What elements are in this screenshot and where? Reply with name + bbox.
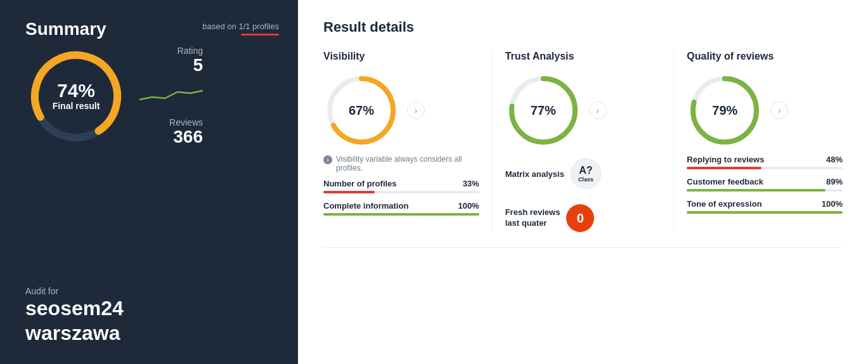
visibility-col: Visibility 67% › i Visibility variable — [323, 51, 493, 232]
right-panel: Result details Visibility 67% › — [298, 0, 868, 364]
sub-metric-tone: Tone of expression 100% — [687, 199, 843, 214]
matrix-label: Matrix analysis — [505, 169, 564, 179]
left-panel: Summary based on 1/1 profiles 7 — [0, 0, 298, 364]
based-on-text: based on 1/1 profiles — [202, 22, 279, 31]
info-icon: i — [323, 155, 332, 164]
replying-progress-bar — [687, 167, 843, 169]
sub-metric-complete: Complete information 100% — [323, 201, 479, 216]
reviews-label: Reviews — [139, 117, 203, 127]
rating-stat: Rating 5 — [139, 46, 203, 75]
fresh-reviews-label: Fresh reviews — [505, 207, 560, 218]
replying-progress-fill — [687, 167, 761, 169]
quality-col: Quality of reviews 79% › — [687, 51, 843, 232]
visibility-note: i Visibility variable always considers a… — [323, 155, 479, 172]
complete-progress-bar — [323, 213, 479, 216]
fresh-reviews-row: Fresh reviews last quater 0 — [505, 204, 595, 232]
complete-progress-fill — [323, 213, 479, 216]
quality-percent: 79% — [712, 103, 737, 118]
main-content-area: 74% Final result Rating 5 — [25, 46, 279, 147]
quality-sub-metrics: Replying to reviews 48% Customer feedbac… — [687, 155, 843, 221]
visibility-circle: 67% — [323, 72, 399, 148]
tone-progress-bar — [687, 211, 843, 214]
reviews-value: 366 — [139, 127, 203, 147]
profiles-progress-fill — [323, 191, 375, 193]
profiles-progress-bar — [323, 191, 479, 193]
audit-for-label: Audit for — [25, 286, 279, 296]
trust-circle: 77% — [505, 72, 581, 148]
trust-circle-row: 77% › — [505, 72, 661, 148]
final-label: Final result — [53, 100, 100, 112]
red-line-decoration — [241, 34, 279, 36]
trust-col: Trust Analysis 77% › Matrix analysis — [505, 51, 675, 232]
trust-chevron-btn[interactable]: › — [589, 101, 607, 119]
sub-metric-replying: Replying to reviews 48% — [687, 155, 843, 169]
trust-title: Trust Analysis — [505, 51, 574, 62]
a-class-badge: A? Class — [571, 159, 601, 189]
final-percent: 74% — [53, 81, 100, 100]
visibility-chevron-btn[interactable]: › — [407, 101, 425, 119]
rating-value: 5 — [139, 56, 203, 75]
result-details-title: Result details — [323, 19, 843, 36]
visibility-percent: 67% — [349, 103, 374, 118]
tone-progress-fill — [687, 211, 843, 214]
quality-circle: 79% — [687, 72, 763, 148]
quality-circle-row: 79% › — [687, 72, 843, 148]
fresh-reviews-value: 0 — [566, 204, 594, 232]
feedback-progress-fill — [687, 189, 826, 192]
quality-title: Quality of reviews — [687, 51, 774, 62]
visibility-circle-row: 67% › — [323, 72, 479, 148]
reviews-stat: Reviews 366 — [139, 117, 203, 147]
sub-metric-feedback: Customer feedback 89% — [687, 177, 843, 192]
right-stats: Rating 5 Reviews 366 — [139, 46, 203, 147]
donut-center-text: 74% Final result — [53, 81, 100, 112]
metrics-row: Visibility 67% › i Visibility variable — [323, 51, 843, 248]
trust-percent: 77% — [531, 103, 556, 118]
visibility-title: Visibility — [323, 51, 365, 62]
feedback-progress-bar — [687, 189, 843, 192]
fresh-reviews-label2: last quater — [505, 218, 560, 229]
final-result-donut: 74% Final result — [25, 46, 127, 147]
visibility-sub-metrics: Number of profiles 33% Complete informat… — [323, 179, 479, 223]
audit-name: seosem24 warszawa — [25, 296, 279, 345]
sub-metric-profiles: Number of profiles 33% — [323, 179, 479, 193]
rating-label: Rating — [139, 46, 203, 56]
audit-info: Audit for seosem24 warszawa — [25, 280, 279, 345]
quality-chevron-btn[interactable]: › — [770, 101, 788, 119]
matrix-row: Matrix analysis A? Class — [505, 159, 601, 189]
mini-line-chart — [139, 86, 203, 107]
